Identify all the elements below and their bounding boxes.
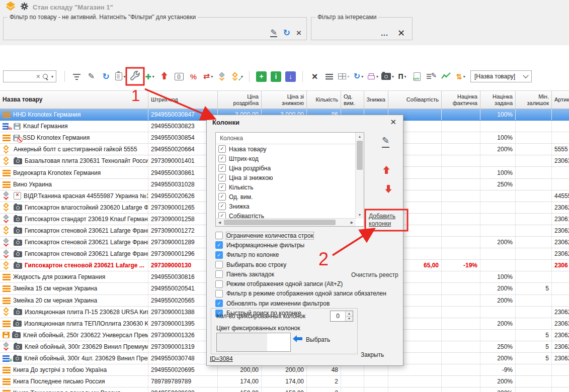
photo-icon[interactable]: ▾ (381, 69, 394, 84)
checkbox-checked-icon[interactable]: ✓ (215, 251, 223, 259)
column-list-item[interactable]: ✓Ціна зі знижкою (216, 173, 364, 182)
scroll-up-icon[interactable]: ▲ (356, 133, 364, 140)
scrollbar-thumb[interactable] (224, 220, 336, 225)
option-row[interactable]: ✓Фильтр по колонке (215, 250, 386, 260)
dialog-id-label[interactable]: ID=3084 (210, 355, 233, 362)
column-list-item[interactable]: ✓Знижка (216, 202, 364, 211)
option-row[interactable]: ✓Обновлять при изменении фильтров (215, 299, 386, 308)
move-column-up-icon[interactable] (382, 165, 390, 176)
column-header-barcode[interactable]: Штрих-код (148, 91, 218, 109)
column-header-margin_set[interactable]: Націнка задана (480, 91, 516, 109)
sort-arrows-icon[interactable]: ⇅▾ (454, 69, 467, 84)
quick-search-input[interactable]: ×▾ (3, 70, 56, 82)
checkbox-checked-icon[interactable]: ✓ (218, 145, 226, 153)
checkbox-checked-icon[interactable]: ✓ (218, 203, 226, 210)
column-header-unit[interactable]: Од. вим. (341, 91, 364, 109)
checkbox-checked-icon[interactable]: ✓ (215, 300, 223, 307)
scrollbar-thumb[interactable] (357, 141, 363, 170)
layers-icon[interactable] (216, 69, 229, 84)
table-row[interactable]: Книга Танцующая с лошадьми Россия2949550… (0, 387, 569, 392)
interest-filter-more-button[interactable]: ... (381, 29, 388, 37)
move-icon[interactable]: ✚▾ (143, 69, 156, 84)
column-header-discount[interactable]: Знижка (364, 91, 388, 109)
stepper-down-icon[interactable]: ▼ (346, 317, 353, 322)
scroll-left-icon[interactable]: ◀ (216, 219, 223, 226)
option-row[interactable]: Ограничение количества строк (215, 231, 386, 240)
checkbox-checked-icon[interactable]: ✓ (218, 193, 226, 201)
checkbox-checked-icon[interactable]: ✓ (218, 183, 226, 191)
option-row[interactable]: Выбирать всю строку (215, 260, 386, 269)
stepper-value[interactable]: 0 (331, 311, 345, 321)
paste-icon[interactable]: ▾ (114, 69, 127, 84)
column-header-min_stock[interactable]: Мін. залишок (516, 91, 552, 109)
column-list-item[interactable]: ✓Штрих-код (216, 154, 364, 163)
gear-icon[interactable] (21, 3, 28, 12)
column-list-item[interactable]: ✓Ціна роздрібна (216, 163, 364, 173)
save-template-icon[interactable]: {} (172, 69, 186, 84)
checkbox-checked-icon[interactable]: ✓ (218, 174, 226, 181)
dialog-close-icon[interactable]: ✕ (390, 118, 396, 127)
clear-search-icon[interactable]: × (36, 73, 40, 79)
checkbox-unchecked-icon[interactable] (215, 232, 223, 239)
group-combobox[interactable]: [Назва товару] (470, 70, 532, 82)
column-header-article[interactable]: Артик (552, 91, 569, 109)
move-column-down-icon[interactable] (384, 184, 392, 195)
opt-price-icon[interactable] (410, 69, 424, 84)
checkbox-checked-icon[interactable]: ✓ (218, 164, 226, 172)
filter-edit-icon[interactable]: ✎ (270, 29, 277, 37)
filter-icon[interactable] (70, 69, 84, 84)
column-header-retail[interactable]: Ціна роздрібна (218, 91, 262, 109)
column-header-cost[interactable]: Собівартість (388, 91, 442, 109)
column-list-item[interactable]: ✓Од. вим. (216, 192, 364, 202)
checkbox-unchecked-icon[interactable] (215, 270, 223, 278)
search-icon[interactable] (43, 74, 48, 79)
columns-settings-button[interactable] (128, 69, 142, 84)
column-header-discount_price[interactable]: Ціна зі знижкою (262, 91, 307, 109)
option-row[interactable]: Фильтр в режиме отображения одной записи… (215, 289, 386, 299)
auto-refresh-icon[interactable]: ↻▾ (352, 69, 365, 84)
checkbox-checked-icon[interactable]: ✓ (218, 155, 226, 162)
rows-view-icon[interactable] (322, 69, 336, 84)
edit-column-icon[interactable]: ✎ (382, 135, 389, 148)
column-list-item[interactable]: ✓Назва товару (216, 144, 364, 154)
table-view-icon[interactable]: ▾ (337, 69, 351, 84)
option-row[interactable]: ✓Информационные фильтры (215, 240, 386, 250)
checkbox-unchecked-icon[interactable] (215, 280, 223, 288)
p-mode-icon[interactable]: П▾ (395, 69, 409, 84)
percent-icon[interactable]: % (187, 69, 200, 84)
layers-apply-icon[interactable]: ✓▾ (230, 69, 244, 84)
checkbox-unchecked-icon[interactable] (215, 290, 223, 298)
column-list-item[interactable]: ✓Кількість (216, 182, 364, 192)
edit-records-icon[interactable] (425, 69, 438, 84)
print-icon[interactable]: ▾ (366, 69, 380, 84)
checkbox-unchecked-icon[interactable] (215, 261, 223, 268)
fixed-columns-stepper[interactable]: 0 ▲▼ (330, 311, 353, 322)
refresh-icon[interactable]: ↻ (99, 69, 113, 84)
scroll-right-icon[interactable]: ▶ (348, 219, 356, 226)
scroll-down-icon[interactable]: ▼ (356, 211, 364, 219)
horizontal-scrollbar[interactable]: ◀ ▶ (216, 218, 356, 226)
clear-registry-link[interactable]: Очистить реестр (351, 271, 398, 278)
delete-icon[interactable]: × (308, 69, 321, 84)
dialog-close-button[interactable]: Закрыть (361, 351, 384, 358)
vertical-scrollbar[interactable]: ▲ ▼ (355, 133, 364, 219)
add-button[interactable]: + (255, 69, 268, 84)
edit-icon[interactable]: ✎ (85, 69, 98, 84)
stepper-up-icon[interactable]: ▲ (346, 311, 353, 317)
filter-refresh-icon[interactable]: ↻ (283, 29, 290, 37)
filter-clear-icon[interactable]: × (296, 29, 301, 37)
choose-color-button[interactable]: Выбрать (306, 336, 330, 343)
option-row[interactable]: Режим отображения одной записи (Alt+Z) (215, 279, 386, 288)
download-button[interactable]: ↓ (284, 69, 297, 84)
add-columns-link[interactable]: Добавить колонки (369, 213, 404, 228)
table-row[interactable]: Книга Последнее письмо Россия78978978978… (0, 376, 569, 387)
table-row[interactable]: Книга До зустрічі з тобою Україна2949550… (0, 364, 569, 376)
interest-filter-clear-icon[interactable]: ✕ (397, 29, 405, 37)
column-header-name[interactable]: Назва товару (0, 91, 148, 109)
column-header-qty[interactable]: Кількість (307, 91, 341, 109)
chart-icon[interactable] (439, 69, 453, 84)
checkbox-checked-icon[interactable]: ✓ (215, 241, 223, 249)
undo-arrow-icon[interactable] (157, 69, 171, 84)
info-button[interactable]: i (269, 69, 283, 84)
column-header-margin_fact[interactable]: Націнка фактична (442, 91, 480, 109)
